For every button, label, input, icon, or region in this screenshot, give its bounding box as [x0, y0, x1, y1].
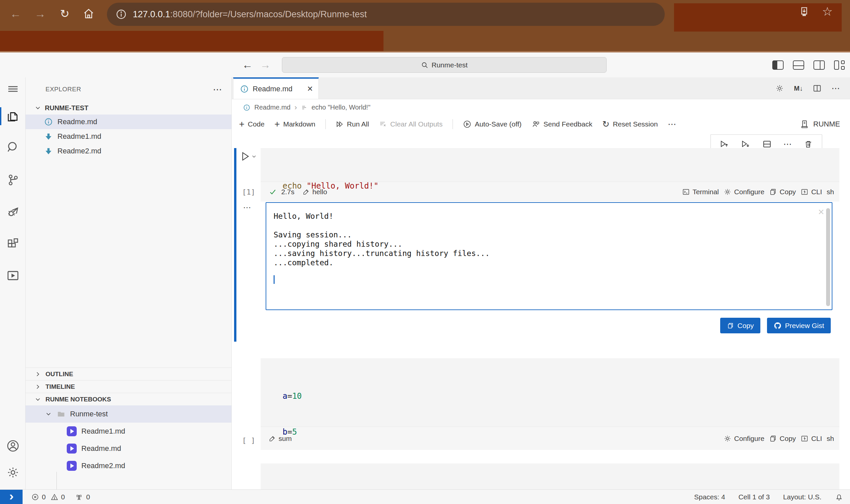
tab-readme[interactable]: Readme.md ✕ [233, 77, 319, 99]
reset-session-button[interactable]: ↻ Reset Session [602, 119, 658, 129]
customize-layout-icon[interactable] [834, 60, 845, 70]
copy-button[interactable]: Copy [769, 188, 796, 196]
terminal-button[interactable]: Terminal [682, 188, 719, 196]
problems-warnings[interactable]: 0 [51, 493, 65, 501]
cell-name-button[interactable]: sum [269, 435, 292, 443]
output-close-icon[interactable]: ✕ [818, 208, 825, 217]
toggle-secondary-sidebar-icon[interactable] [813, 60, 825, 70]
copy-output-button[interactable]: Copy [720, 318, 760, 334]
editor-more-icon[interactable]: ⋯ [831, 83, 841, 94]
explorer-icon[interactable] [0, 105, 25, 128]
runme-brand: RUNME [800, 120, 840, 129]
cli-button[interactable]: CLI [800, 435, 822, 443]
run-cell-button[interactable] [239, 151, 257, 162]
cell-code[interactable]: greet() { echo "Hello, $1!" [261, 464, 839, 489]
output-collapse-icon[interactable]: ⋯ [243, 203, 252, 212]
manage-gear-icon[interactable] [0, 461, 25, 484]
success-check-icon [269, 188, 276, 196]
add-markdown-button[interactable]: +Markdown [275, 119, 315, 129]
cell-code[interactable]: a=10 b=5 sum=$((a + b)) echo "Sum: $sum" [261, 358, 839, 427]
send-feedback-button[interactable]: Send Feedback [531, 120, 592, 128]
section-outline[interactable]: OUTLINE [25, 367, 231, 380]
notebook-cell-1[interactable]: [1] echo "Hello, World!" 2.7s [237, 148, 839, 201]
problems-errors[interactable]: 0 [31, 493, 46, 501]
toolbar-more-icon[interactable]: ⋯ [668, 119, 677, 129]
tab-close-icon[interactable]: ✕ [307, 85, 313, 93]
url-bar[interactable]: 127.0.0.1:8080/?folder=/Users/macos/Desk… [107, 3, 665, 26]
extensions-icon[interactable] [0, 232, 25, 256]
notebook-cell-3[interactable]: greet() { echo "Hello, $1!" [237, 464, 839, 489]
browser-forward-button[interactable]: → [29, 0, 52, 27]
keyboard-layout[interactable]: Layout: U.S. [783, 493, 821, 501]
site-info-icon[interactable] [115, 8, 127, 20]
install-app-icon[interactable] [798, 6, 810, 18]
copy-button[interactable]: Copy [769, 435, 796, 443]
split-editor-icon[interactable] [813, 84, 821, 93]
remote-indicator[interactable] [0, 490, 22, 504]
explorer-more-icon[interactable]: ⋯ [213, 84, 223, 95]
notebook-cell-2[interactable]: [ ] a=10 b=5 sum=$((a + b)) echo "Sum: $… [237, 358, 839, 450]
add-code-button[interactable]: +Code [239, 119, 265, 129]
breadcrumb-file[interactable]: Readme.md [254, 104, 291, 111]
run-below-icon[interactable] [741, 139, 751, 149]
history-back-button[interactable]: ← [240, 57, 255, 72]
toggle-primary-sidebar-icon[interactable] [772, 60, 783, 70]
cell-language[interactable]: sh [827, 435, 834, 443]
breadcrumb-section[interactable]: echo "Hello, World!" [311, 104, 370, 111]
cell-more-icon[interactable]: ⋯ [783, 139, 793, 149]
split-cell-icon[interactable] [762, 139, 772, 149]
notebook-folder-row[interactable]: Runme-test [25, 406, 231, 422]
configure-button[interactable]: Configure [723, 188, 764, 196]
runme-activity-icon[interactable] [0, 264, 25, 287]
run-debug-icon[interactable] [0, 200, 25, 223]
accounts-icon[interactable] [0, 434, 25, 457]
markdown-down-file-icon [44, 132, 53, 141]
source-control-icon[interactable] [0, 168, 25, 192]
ports-forwarded[interactable]: 0 [75, 493, 90, 501]
cell-position[interactable]: Cell 1 of 3 [738, 493, 770, 501]
run-all-button[interactable]: Run All [336, 120, 369, 128]
file-row-readme1[interactable]: Readme1.md [25, 129, 231, 144]
browser-reload-button[interactable]: ↻ [53, 0, 76, 27]
notebook-gear-icon[interactable] [775, 84, 784, 93]
command-center-search[interactable]: Runme-test [282, 57, 607, 73]
cli-button[interactable]: CLI [800, 188, 822, 196]
terminal-output[interactable]: Hello, World! Saving session... ...copyi… [266, 202, 832, 310]
section-runme-notebooks[interactable]: RUNME NOTEBOOKS [25, 393, 231, 406]
bookmark-star-icon[interactable]: ☆ [822, 5, 833, 19]
file-label: Readme2.md [57, 147, 101, 156]
status-bar: 0 0 0 Spaces: 4 Cell 1 of 3 Layout: U.S. [0, 489, 850, 504]
cell-name-button[interactable]: hello [303, 188, 327, 196]
indentation-setting[interactable]: Spaces: 4 [694, 493, 725, 501]
browser-back-button[interactable]: ← [4, 0, 27, 27]
file-row-readme2[interactable]: Readme2.md [25, 144, 231, 158]
section-timeline[interactable]: TIMELINE [25, 380, 231, 393]
workspace-root[interactable]: RUNME-TEST [25, 101, 231, 114]
run-above-icon[interactable] [720, 139, 729, 149]
file-row-readme[interactable]: Readme.md [25, 114, 231, 129]
markdown-preview-icon[interactable]: M↓ [794, 85, 803, 92]
runme-info-file-icon [243, 104, 250, 111]
menu-hamburger-icon[interactable] [0, 77, 25, 101]
cell-language[interactable]: sh [827, 188, 834, 196]
delete-cell-icon[interactable] [804, 140, 813, 149]
copy-icon [769, 435, 777, 443]
configure-button[interactable]: Configure [723, 435, 764, 443]
screen: ← → ↻ 127.0.0.1:8080/?folder=/Users/maco… [0, 0, 850, 504]
preview-gist-button[interactable]: Preview Gist [767, 318, 831, 334]
autosave-toggle[interactable]: Auto-Save (off) [463, 120, 522, 128]
notebook-scroll-area[interactable]: ⋯ [1] [232, 133, 850, 489]
notebook-file-row[interactable]: Readme1.md [25, 422, 231, 440]
editor-group: Readme.md ✕ M↓ ⋯ Readme.md › echo [232, 77, 850, 489]
notifications-bell[interactable] [835, 493, 843, 501]
toggle-panel-icon[interactable] [793, 60, 804, 70]
notebook-file-row[interactable]: Readme.md [25, 440, 231, 457]
clear-all-outputs-button[interactable]: Clear All Outputs [379, 120, 442, 128]
search-activity-icon[interactable] [0, 136, 25, 159]
history-forward-button[interactable]: → [258, 57, 273, 72]
cell-code[interactable]: echo "Hello, World!" [261, 148, 839, 182]
runme-play-icon [67, 444, 77, 453]
output-scrollbar[interactable] [826, 208, 830, 306]
runme-play-icon [67, 426, 77, 436]
browser-home-button[interactable] [77, 0, 100, 27]
